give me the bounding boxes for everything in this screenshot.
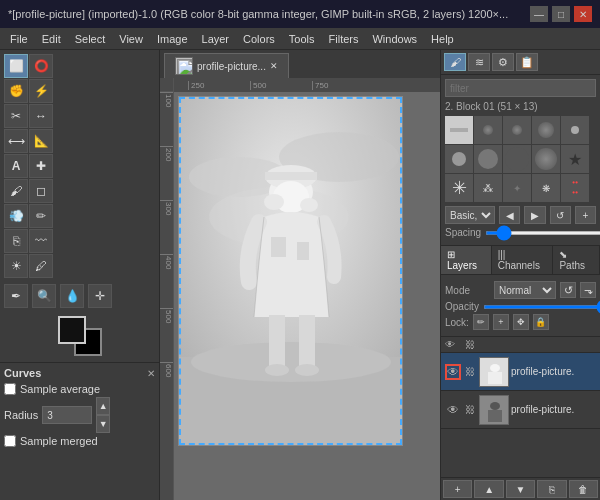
brush-cell-13[interactable]: ✦ (503, 174, 531, 202)
menu-item-file[interactable]: File (4, 31, 34, 47)
brush-cell-10[interactable]: ★ (561, 145, 589, 173)
menu-item-layer[interactable]: Layer (196, 31, 236, 47)
sample-avg-checkbox[interactable] (4, 383, 16, 395)
menu-item-select[interactable]: Select (69, 31, 112, 47)
dodge-burn-tool[interactable]: ☀ (4, 254, 28, 278)
brush-cell-8[interactable] (503, 145, 531, 173)
layer-mode-select[interactable]: Normal (494, 281, 556, 299)
svg-point-5 (191, 342, 391, 382)
mode-expand-btn[interactable]: ⬎ (580, 282, 596, 298)
main-canvas[interactable] (178, 96, 403, 446)
menu-item-view[interactable]: View (113, 31, 149, 47)
lock-btn[interactable]: 🔒 (533, 314, 549, 330)
radius-up-button[interactable]: ▲ (96, 397, 110, 415)
menu-item-edit[interactable]: Edit (36, 31, 67, 47)
pencil-tool[interactable]: ✏ (29, 204, 53, 228)
canvas-tab-0[interactable]: profile-picture... ✕ (164, 53, 289, 78)
curves-panel: Curves ✕ Sample average Radius ▲ ▼ Sampl… (0, 362, 159, 500)
duplicate-layer-btn[interactable]: ⎘ (537, 480, 566, 498)
canvas-tab-close[interactable]: ✕ (270, 61, 278, 71)
foreground-color[interactable] (58, 316, 86, 344)
paintbrush-tool[interactable]: 🖌 (4, 179, 28, 203)
move-tool[interactable]: ✛ (88, 284, 112, 308)
ellipse-select-tool[interactable]: ⭕ (29, 54, 53, 78)
color-pick-tool[interactable]: 💧 (60, 284, 84, 308)
text-tool[interactable]: A (4, 154, 28, 178)
layer-chain-1[interactable]: ⛓ (463, 402, 477, 418)
brush-cell-7[interactable] (474, 145, 502, 173)
lock-position-btn[interactable]: + (493, 314, 509, 330)
sample-merged-checkbox[interactable] (4, 435, 16, 447)
layer-chain-0[interactable]: ⛓ (463, 364, 477, 380)
menu-item-image[interactable]: Image (151, 31, 194, 47)
canvas-container[interactable] (174, 92, 440, 500)
minimize-button[interactable]: — (530, 6, 548, 22)
free-select-tool[interactable]: ✊ (4, 79, 28, 103)
layer-vis-1[interactable]: 👁 (445, 402, 461, 418)
lock-pixels-btn[interactable]: ✏ (473, 314, 489, 330)
new-layer-btn[interactable]: + (443, 480, 472, 498)
smudge-tool[interactable]: 〰 (29, 229, 53, 253)
flip-tool[interactable]: ⟷ (4, 129, 28, 153)
brush-type-select[interactable]: Basic, (445, 206, 495, 224)
menu-item-colors[interactable]: Colors (237, 31, 281, 47)
tab-channels[interactable]: ||| Channels (492, 246, 554, 274)
brush-add[interactable]: + (575, 206, 596, 224)
menu-item-help[interactable]: Help (425, 31, 460, 47)
brush-options-btn[interactable]: 🖌 (444, 53, 466, 71)
brush-scroll-left[interactable]: ◀ (499, 206, 520, 224)
brush-filter-input[interactable] (445, 79, 596, 97)
brush-presets-btn[interactable]: 📋 (516, 53, 538, 71)
eraser-tool[interactable]: ◻ (29, 179, 53, 203)
clone-tool[interactable]: ⎘ (4, 229, 28, 253)
curves-close-button[interactable]: ✕ (147, 368, 155, 379)
tab-paths[interactable]: ⬊ Paths (553, 246, 600, 274)
color-swatch[interactable] (58, 316, 102, 356)
brush-cell-9[interactable] (532, 145, 560, 173)
lower-layer-btn[interactable]: ▼ (506, 480, 535, 498)
layer-options: Mode Normal ↺ ⬎ Opacity 100.0 Lock: ✏ + (441, 275, 600, 337)
measure-tool[interactable]: 📐 (29, 129, 53, 153)
brush-settings-btn[interactable]: ⚙ (492, 53, 514, 71)
airbrush-tool[interactable]: 💨 (4, 204, 28, 228)
maximize-button[interactable]: □ (552, 6, 570, 22)
fuzzy-select-tool[interactable]: ⚡ (29, 79, 53, 103)
raise-layer-btn[interactable]: ▲ (474, 480, 503, 498)
path-tool[interactable]: ✒ (4, 284, 28, 308)
brush-cell-3[interactable] (503, 116, 531, 144)
transform-tool[interactable]: ↔ (29, 104, 53, 128)
brush-scroll-right[interactable]: ▶ (524, 206, 545, 224)
lock-all-btn[interactable]: ✥ (513, 314, 529, 330)
menu-item-windows[interactable]: Windows (366, 31, 423, 47)
rect-select-tool[interactable]: ⬜ (4, 54, 28, 78)
brush-cell-4[interactable] (532, 116, 560, 144)
heal-tool[interactable]: ✚ (29, 154, 53, 178)
brush-reload[interactable]: ↺ (550, 206, 571, 224)
layer-row-0[interactable]: 👁 ⛓ profile-picture. (441, 353, 600, 391)
menu-item-filters[interactable]: Filters (323, 31, 365, 47)
tab-layers[interactable]: ⊞ Layers (441, 246, 492, 274)
radius-input[interactable] (42, 406, 92, 424)
crop-tool[interactable]: ✂ (4, 104, 28, 128)
spacing-slider[interactable] (485, 231, 600, 235)
mode-reset-btn[interactable]: ↺ (560, 282, 576, 298)
opacity-slider[interactable] (483, 305, 600, 309)
brush-cell-12[interactable]: ⁂ (474, 174, 502, 202)
layer-row-1[interactable]: 👁 ⛓ profile-picture. (441, 391, 600, 429)
brush-cell-1[interactable] (445, 116, 473, 144)
brush-cell-6[interactable] (445, 145, 473, 173)
brush-cell-15[interactable]: ⦁⦁⦁⦁ (561, 174, 589, 202)
menu-item-tools[interactable]: Tools (283, 31, 321, 47)
brush-cell-2[interactable] (474, 116, 502, 144)
brush-cell-5[interactable] (561, 116, 589, 144)
brush-cell-14[interactable]: ❋ (532, 174, 560, 202)
inkpen-tool[interactable]: 🖊 (29, 254, 53, 278)
delete-layer-btn[interactable]: 🗑 (569, 480, 598, 498)
layer-vis-0[interactable]: 👁 (445, 364, 461, 380)
close-button[interactable]: ✕ (574, 6, 592, 22)
layer-thumb-1 (479, 395, 509, 425)
radius-down-button[interactable]: ▼ (96, 415, 110, 433)
zoom-tool[interactable]: 🔍 (32, 284, 56, 308)
brush-dynamics-btn[interactable]: ≋ (468, 53, 490, 71)
brush-cell-11[interactable]: ✳ (445, 174, 473, 202)
